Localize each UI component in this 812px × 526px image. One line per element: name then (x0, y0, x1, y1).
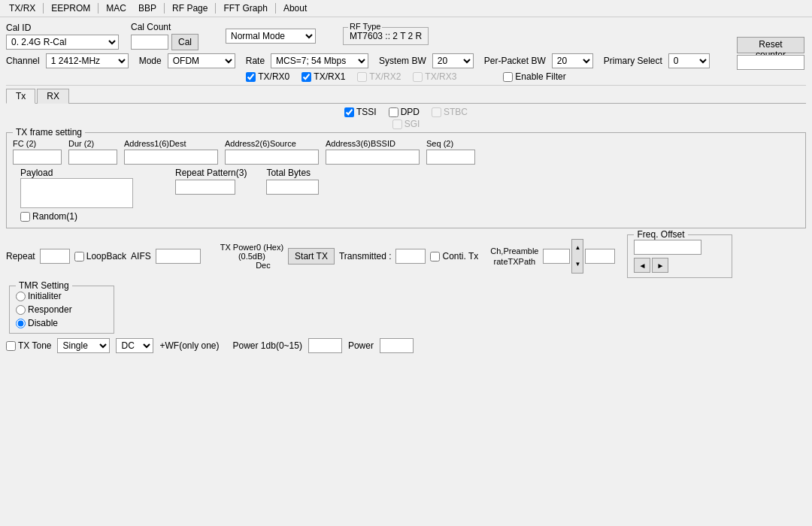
loopback-checkbox[interactable] (74, 252, 84, 261)
dc-select[interactable]: DC (116, 338, 153, 353)
tx-power-sub: (0.5dB) (238, 252, 265, 261)
txrx3-checkbox-label[interactable]: TX/RX3 (413, 71, 456, 82)
fc-input[interactable]: 0800 (13, 150, 62, 165)
system-bw-label: System BW (379, 56, 426, 66)
tx-frame-title: TX frame setting (13, 127, 85, 138)
per-packet-bw-label: Per-Packet BW (484, 56, 546, 66)
tmr-responder-radio[interactable] (16, 305, 26, 315)
ch-preamble-label: Ch,Preamble (490, 246, 538, 255)
stbc-checkbox[interactable] (432, 107, 441, 117)
tmr-disable-label[interactable]: Disable (16, 318, 108, 328)
enable-filter-label[interactable]: Enable Filter (503, 71, 565, 82)
freq-right-arrow[interactable]: ► (652, 258, 668, 273)
hex-up-arrow[interactable]: ▲ (572, 240, 583, 256)
reset-counter-button[interactable]: Reset counter (737, 37, 804, 53)
loopback-label[interactable]: LoopBack (74, 251, 126, 261)
per-packet-bw-select[interactable]: 20 (552, 53, 593, 68)
freq-offset-input[interactable]: 0 (634, 240, 701, 255)
menu-fftgraph[interactable]: FFT Graph (217, 2, 273, 15)
menu-mac[interactable]: MAC (100, 2, 132, 15)
menu-rfpage[interactable]: RF Page (166, 2, 214, 15)
total-bytes-input[interactable]: 1024 (266, 180, 319, 195)
menu-txrx[interactable]: TX/RX (3, 2, 41, 15)
tssi-checkbox-label[interactable]: TSSI (344, 107, 377, 117)
dur-input[interactable]: 0000 (68, 150, 117, 165)
random-label[interactable]: Random(1) (20, 211, 77, 222)
addr3-input[interactable]: 001122334455 (326, 150, 420, 165)
single-select[interactable]: Single (57, 338, 110, 353)
hex-input[interactable]: 0C (543, 249, 570, 264)
rate-label: Rate (246, 56, 265, 66)
tx-tone-checkbox[interactable] (6, 341, 16, 351)
seq-label: Seq (2) (426, 139, 479, 148)
txrx3-checkbox[interactable] (413, 72, 423, 82)
freq-left-arrow[interactable]: ◄ (634, 258, 650, 273)
tmr-title: TMR Setting (16, 280, 72, 291)
cal-id-select[interactable]: 0. 2.4G R-Cal (6, 35, 119, 50)
tmr-disable-radio[interactable] (16, 319, 26, 328)
system-bw-select[interactable]: 20 (432, 53, 474, 68)
start-tx-button[interactable]: Start TX (288, 248, 335, 265)
enable-filter-checkbox[interactable] (503, 72, 513, 82)
payload-label: Payload (20, 168, 53, 178)
hex-spinbox-arrows: ▲ ▼ (571, 239, 583, 274)
repeat-label: Repeat (6, 251, 35, 261)
tmr-group: TMR Setting Initialiter Responder Disabl… (9, 286, 114, 334)
repeat-pattern-label: Repeat Pattern(3) (175, 168, 247, 178)
addr1-label: Address1(6)Dest (124, 139, 222, 148)
mode-field-select[interactable]: OFDM (168, 53, 235, 68)
cal-count-input[interactable]: 1 (131, 35, 168, 50)
sgi-checkbox[interactable] (392, 119, 402, 129)
addr1-input[interactable]: FFFFFFFFFFFF (124, 150, 218, 165)
power-input[interactable]: 0 (380, 338, 414, 353)
tssi-checkbox[interactable] (344, 107, 354, 117)
freq-group: Freq. Offset 0 ◄ ► (627, 234, 732, 278)
primary-select-select[interactable]: 0 (668, 53, 710, 68)
tx-tone-label[interactable]: TX Tone (6, 340, 51, 351)
menu-eeprom[interactable]: EEPROM (45, 2, 96, 15)
dec-input[interactable]: 6.0 (585, 249, 615, 264)
txrx0-checkbox-label[interactable]: TX/RX0 (246, 71, 289, 82)
power-1db-input[interactable]: 10 (308, 338, 342, 353)
addr3-label: Address3(6)BSSID (326, 139, 423, 148)
freq-title: Freq. Offset (634, 229, 687, 240)
rf-type-value: MT7603 :: 2 T 2 R (350, 31, 422, 41)
seq-input[interactable]: 0000 (426, 150, 475, 165)
txrx1-checkbox-label[interactable]: TX/RX1 (301, 71, 345, 82)
conti-tx-label[interactable]: Conti. Tx (430, 251, 478, 261)
stbc-checkbox-label[interactable]: STBC (432, 107, 468, 117)
aifs-label: AIFS (131, 251, 151, 261)
transmitted-input[interactable]: 0 (395, 249, 426, 264)
tab-tx[interactable]: Tx (6, 89, 35, 104)
cal-button[interactable]: Cal (171, 34, 198, 50)
conti-tx-checkbox[interactable] (430, 252, 440, 261)
menu-about[interactable]: About (277, 2, 313, 15)
dpd-checkbox-label[interactable]: DPD (389, 107, 420, 117)
dpd-checkbox[interactable] (389, 107, 398, 117)
txrx2-checkbox[interactable] (357, 72, 367, 82)
dur-label: Dur (2) (68, 139, 121, 148)
dec-label: Dec (256, 261, 271, 270)
reset-counter-input[interactable] (737, 55, 804, 70)
repeat-pattern-input[interactable]: AA (175, 180, 235, 195)
txrx1-checkbox[interactable] (301, 72, 311, 82)
txrx0-checkbox[interactable] (246, 72, 256, 82)
tmr-responder-label[interactable]: Responder (16, 304, 108, 315)
aifs-input[interactable]: 200 (156, 249, 201, 264)
addr2-input[interactable]: 001122334455 (225, 150, 319, 165)
sgi-checkbox-label[interactable]: SGI (392, 119, 420, 129)
rate-select[interactable]: MCS=7; 54 Mbps (271, 53, 368, 68)
tab-rx[interactable]: RX (37, 89, 69, 104)
channel-select[interactable]: 1 2412-MHz (46, 53, 129, 68)
mode-select[interactable]: Normal Mode (226, 29, 316, 44)
tx-power-label: TX Power0 (Hex) (220, 243, 283, 252)
repeat-input[interactable]: 1 (40, 249, 70, 264)
random-checkbox[interactable] (20, 212, 30, 222)
channel-label: Channel (6, 56, 40, 66)
tmr-initialiter-radio[interactable] (16, 292, 26, 301)
tmr-initialiter-label[interactable]: Initialiter (16, 291, 108, 301)
txrx2-checkbox-label[interactable]: TX/RX2 (357, 71, 401, 82)
menu-bbp[interactable]: BBP (132, 2, 162, 15)
hex-down-arrow[interactable]: ▼ (572, 256, 583, 273)
main-content: Cal ID 0. 2.4G R-Cal Cal Count 1 Cal Nor… (0, 17, 812, 361)
